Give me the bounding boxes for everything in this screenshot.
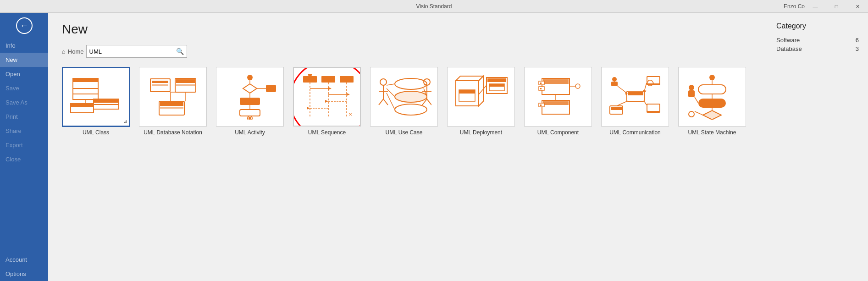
svg-rect-40	[340, 76, 354, 83]
maximize-button[interactable]: □	[826, 0, 847, 13]
template-uml-activity[interactable]: UML Activity	[216, 67, 284, 272]
svg-rect-83	[543, 79, 569, 84]
svg-point-53	[380, 79, 387, 85]
search-input[interactable]	[87, 47, 174, 56]
home-breadcrumb[interactable]: ⌂ Home	[62, 48, 84, 55]
svg-rect-96	[611, 82, 618, 86]
svg-line-62	[387, 84, 395, 85]
category-item-software[interactable]: Software 6	[776, 36, 859, 44]
search-button[interactable]: 🔍	[174, 45, 187, 58]
category-item-database[interactable]: Database 3	[776, 44, 859, 53]
home-icon: ⌂	[62, 48, 66, 55]
back-button[interactable]: ←	[15, 17, 33, 35]
template-thumb-uml-database[interactable]	[139, 67, 207, 127]
svg-marker-51	[307, 107, 310, 110]
template-uml-sequence[interactable]: ✕ UML Sequence	[293, 67, 361, 272]
svg-rect-17	[176, 79, 195, 83]
svg-marker-47	[347, 93, 350, 96]
svg-marker-49	[325, 100, 328, 103]
svg-line-56	[379, 99, 383, 105]
svg-rect-37	[303, 76, 317, 83]
template-label-uml-class: UML Class	[83, 129, 109, 136]
svg-rect-80	[489, 84, 504, 87]
minimize-button[interactable]: —	[805, 0, 826, 13]
svg-rect-33	[240, 110, 260, 116]
category-title: Category	[776, 22, 859, 30]
svg-line-57	[383, 99, 388, 105]
category-count-database: 3	[856, 45, 859, 52]
svg-line-81	[479, 85, 487, 94]
sidebar-item-new[interactable]: New	[0, 53, 48, 67]
svg-line-124	[695, 97, 698, 103]
sidebar-item-open[interactable]: Open	[0, 67, 48, 81]
svg-rect-117	[688, 90, 695, 97]
svg-line-109	[644, 101, 647, 105]
svg-rect-15	[152, 84, 168, 86]
template-thumb-uml-activity[interactable]	[216, 67, 284, 127]
svg-rect-76	[459, 90, 475, 94]
svg-rect-6	[94, 105, 119, 109]
template-uml-deployment[interactable]: UML Deployment	[447, 67, 515, 272]
template-label-uml-state-machine: UML State Machine	[688, 129, 736, 136]
sidebar-item-save[interactable]: Save	[0, 81, 48, 95]
sidebar-item-export[interactable]: Export	[0, 138, 48, 152]
close-button[interactable]: ✕	[847, 0, 868, 13]
sidebar-item-save-as[interactable]: Save As	[0, 95, 48, 110]
svg-point-61	[395, 104, 427, 115]
template-uml-class[interactable]: ⊿ UML Class	[62, 67, 130, 272]
sidebar-item-options[interactable]: Options	[0, 267, 48, 281]
template-label-uml-use-case: UML Use Case	[386, 129, 423, 136]
svg-rect-93	[540, 105, 542, 106]
svg-marker-27	[243, 84, 257, 93]
sidebar-item-share[interactable]: Share	[0, 124, 48, 138]
svg-line-125	[695, 111, 703, 115]
template-label-uml-component: UML Component	[537, 129, 579, 136]
category-count-software: 6	[856, 37, 859, 44]
svg-line-107	[644, 83, 647, 91]
sidebar-item-account[interactable]: Account	[0, 253, 48, 267]
sidebar-item-close[interactable]: Close	[0, 152, 48, 166]
template-thumb-uml-class[interactable]: ⊿	[62, 67, 130, 127]
template-uml-database[interactable]: UML Database Notation	[139, 67, 207, 272]
svg-point-112	[709, 75, 715, 80]
user-info: Enzo Co	[784, 3, 805, 10]
svg-rect-119	[699, 99, 725, 107]
page-title: New	[62, 22, 753, 37]
svg-rect-85	[540, 83, 542, 84]
app-title: Visio Standard	[416, 3, 452, 10]
svg-rect-31	[240, 98, 260, 105]
sidebar-item-info[interactable]: Info	[0, 39, 48, 53]
template-thumb-uml-communication[interactable]	[601, 67, 669, 127]
template-uml-use-case[interactable]: UML Use Case	[370, 67, 438, 272]
template-label-uml-deployment: UML Deployment	[460, 129, 502, 136]
template-thumb-uml-use-case[interactable]	[370, 67, 438, 127]
svg-rect-114	[698, 85, 726, 94]
back-circle-icon: ←	[16, 17, 33, 34]
template-uml-component[interactable]: UML Component	[524, 67, 592, 272]
template-thumb-uml-component[interactable]	[524, 67, 592, 127]
category-name-database: Database	[776, 45, 802, 52]
svg-line-105	[618, 86, 627, 93]
template-uml-state-machine[interactable]: UML State Machine	[678, 67, 746, 272]
sidebar-item-print[interactable]: Print	[0, 110, 48, 124]
search-bar: ⌂ Home 🔍	[62, 45, 753, 58]
svg-point-122	[689, 111, 694, 117]
svg-point-35	[249, 117, 251, 120]
template-label-uml-communication: UML Communication	[609, 129, 661, 136]
template-thumb-uml-deployment[interactable]	[447, 67, 515, 127]
title-bar: Visio Standard Enzo Co — □ ✕	[0, 0, 868, 13]
template-grid: ⊿ UML Class	[62, 67, 753, 272]
template-thumb-uml-state-machine[interactable]	[678, 67, 746, 127]
template-uml-communication[interactable]: UML Communication	[601, 67, 669, 272]
template-thumb-uml-sequence[interactable]: ✕	[293, 67, 361, 127]
title-bar-controls: — □ ✕	[805, 0, 868, 13]
svg-point-116	[689, 85, 694, 90]
main-content: New ⌂ Home 🔍	[48, 13, 767, 281]
svg-marker-45	[328, 87, 332, 90]
svg-line-69	[427, 99, 431, 105]
sidebar: ← Info New Open Save Save As Print Share…	[0, 13, 48, 281]
app-container: ← Info New Open Save Save As Print Share…	[0, 13, 868, 281]
svg-line-110	[617, 101, 627, 106]
svg-rect-29	[266, 85, 276, 92]
svg-rect-14	[152, 81, 168, 83]
